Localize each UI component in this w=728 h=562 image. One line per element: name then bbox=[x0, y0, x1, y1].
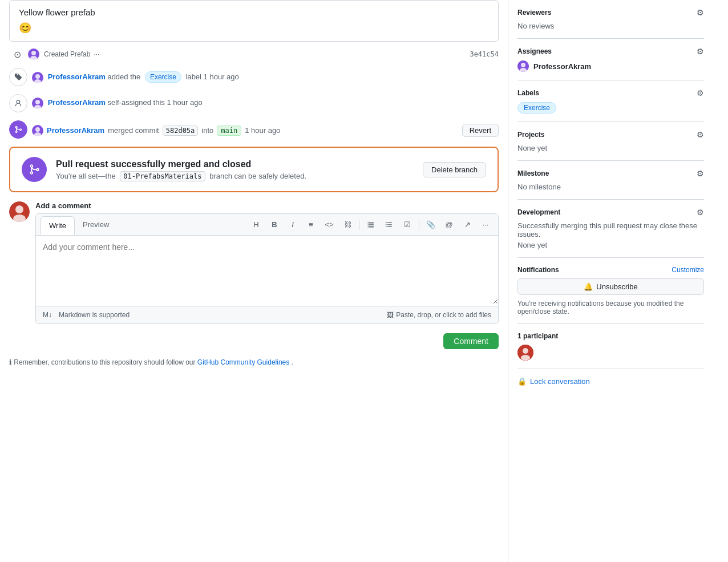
notification-reason: You're receiving notifications because y… bbox=[517, 300, 704, 316]
merge-event-action: merged commit bbox=[108, 126, 159, 135]
comment-editor: Write Preview H B I ≡ <> ⛓ bbox=[35, 213, 499, 324]
merge-event-avatar bbox=[32, 125, 43, 136]
attach-label: Paste, drop, or click to add files bbox=[396, 311, 491, 319]
development-gear-icon[interactable]: ⚙ bbox=[697, 208, 704, 217]
person-icon bbox=[9, 94, 27, 112]
assignee-user: ProfessorAkram bbox=[517, 60, 704, 72]
toolbar-quote[interactable]: ≡ bbox=[303, 217, 319, 233]
sidebar: Reviewers ⚙ No reviews Assignees ⚙ Prof bbox=[508, 0, 713, 562]
commit-dots[interactable]: ··· bbox=[94, 50, 99, 58]
toolbar-attach[interactable]: 📎 bbox=[423, 217, 439, 233]
sidebar-lock-conversation[interactable]: 🔒 Lock conversation bbox=[517, 369, 704, 394]
projects-gear-icon[interactable]: ⚙ bbox=[697, 130, 704, 139]
commit-emoji: 😊 bbox=[19, 22, 489, 34]
sidebar-projects: Projects ⚙ None yet bbox=[517, 122, 704, 161]
add-comment-label: Add a comment bbox=[35, 201, 499, 210]
tag-icon bbox=[9, 68, 27, 86]
sidebar-assignees: Assignees ⚙ ProfessorAkram bbox=[517, 39, 704, 80]
comment-textarea[interactable] bbox=[36, 236, 498, 304]
milestone-value: No milestone bbox=[517, 183, 704, 191]
merge-commit-hash[interactable]: 582d05a bbox=[163, 126, 199, 136]
label-event-action: added the bbox=[107, 72, 140, 81]
development-value: None yet bbox=[517, 241, 704, 249]
sidebar-reviewers: Reviewers ⚙ No reviews bbox=[517, 0, 704, 39]
commit-hash[interactable]: 3e41c54 bbox=[470, 50, 499, 58]
label-event-avatar bbox=[32, 72, 43, 83]
footer-note: ℹ Remember, contributions to this reposi… bbox=[9, 358, 499, 366]
toolbar-heading[interactable]: H bbox=[248, 217, 264, 233]
revert-button[interactable]: Revert bbox=[462, 124, 499, 137]
submit-row: Comment bbox=[9, 333, 499, 349]
footer-info-icon: ℹ bbox=[9, 358, 12, 366]
label-event-suffix: label 1 hour ago bbox=[186, 72, 239, 81]
commit-author-avatar bbox=[28, 48, 39, 60]
unsubscribe-button[interactable]: 🔔 Unsubscribe bbox=[517, 278, 704, 295]
comment-section: Add a comment Write Preview H B I ≡ <> bbox=[9, 201, 499, 324]
label-event: ProfessorAkram added the Exercise label … bbox=[9, 68, 499, 86]
labels-gear-icon[interactable]: ⚙ bbox=[697, 88, 704, 98]
lock-label: Lock conversation bbox=[530, 377, 590, 386]
community-guidelines-link[interactable]: GitHub Community Guidelines bbox=[197, 358, 289, 366]
timeline: ProfessorAkram added the Exercise label … bbox=[9, 68, 499, 139]
svg-point-10 bbox=[35, 127, 40, 132]
toolbar-task-list[interactable]: ☑ bbox=[399, 217, 415, 233]
merge-icon bbox=[9, 120, 27, 139]
svg-point-7 bbox=[35, 100, 40, 104]
assignee-avatar bbox=[517, 60, 529, 72]
markdown-icon: M↓ bbox=[43, 311, 52, 319]
commit-created-label: Created Prefab bbox=[44, 50, 90, 58]
svg-point-16 bbox=[521, 63, 525, 67]
sidebar-development: Development ⚙ Successfully merging this … bbox=[517, 200, 704, 258]
comment-tabs: Write Preview H B I ≡ <> ⛓ bbox=[36, 214, 498, 236]
commenter-avatar-img bbox=[9, 201, 30, 222]
markdown-label: Markdown is supported bbox=[59, 311, 130, 319]
assignees-gear-icon[interactable]: ⚙ bbox=[697, 47, 704, 56]
milestone-gear-icon[interactable]: ⚙ bbox=[697, 169, 704, 178]
customize-link[interactable]: Customize bbox=[672, 266, 704, 274]
assignees-title: Assignees bbox=[517, 47, 552, 55]
comment-toolbar: H B I ≡ <> ⛓ bbox=[248, 214, 494, 235]
svg-point-1 bbox=[31, 51, 36, 55]
toolbar-unordered-list[interactable] bbox=[381, 217, 397, 233]
commenter-avatar bbox=[9, 201, 30, 222]
tab-preview[interactable]: Preview bbox=[75, 214, 117, 235]
sidebar-notifications: Notifications Customize 🔔 Unsubscribe Yo… bbox=[517, 258, 704, 324]
bell-icon: 🔔 bbox=[584, 282, 593, 291]
tab-write[interactable]: Write bbox=[41, 216, 75, 235]
participant-avatar[interactable] bbox=[517, 345, 533, 361]
participants-count: 1 participant bbox=[517, 332, 704, 340]
toolbar-link[interactable]: ⛓ bbox=[339, 217, 355, 233]
sidebar-participants: 1 participant bbox=[517, 324, 704, 369]
svg-point-4 bbox=[35, 74, 40, 79]
labels-title: Labels bbox=[517, 89, 539, 97]
toolbar-more[interactable]: ··· bbox=[478, 217, 494, 233]
label-event-label: Exercise bbox=[145, 71, 181, 83]
merged-icon bbox=[22, 157, 47, 182]
toolbar-bold[interactable]: B bbox=[266, 217, 282, 233]
toolbar-italic[interactable]: I bbox=[285, 217, 301, 233]
label-event-user[interactable]: ProfessorAkram bbox=[48, 72, 106, 81]
reviewers-gear-icon[interactable]: ⚙ bbox=[697, 8, 704, 17]
toolbar-ordered-list[interactable] bbox=[363, 217, 379, 233]
comment-submit-button[interactable]: Comment bbox=[443, 333, 499, 349]
toolbar-code[interactable]: <> bbox=[321, 217, 337, 233]
projects-value: None yet bbox=[517, 144, 704, 152]
commit-title: Yellow flower prefab bbox=[19, 7, 489, 17]
delete-branch-button[interactable]: Delete branch bbox=[423, 162, 486, 177]
merged-title: Pull request successfully merged and clo… bbox=[56, 159, 414, 169]
label-exercise[interactable]: Exercise bbox=[517, 102, 556, 114]
assign-event-avatar bbox=[32, 98, 43, 109]
assign-event-user[interactable]: ProfessorAkram bbox=[48, 98, 106, 107]
merge-branch[interactable]: main bbox=[217, 126, 241, 136]
toolbar-reference[interactable]: ↗ bbox=[459, 217, 475, 233]
attach-icon: 🖼 bbox=[387, 311, 394, 319]
svg-point-20 bbox=[521, 355, 530, 361]
lock-icon: 🔒 bbox=[517, 377, 527, 386]
notifications-title: Notifications bbox=[517, 266, 559, 274]
assignee-name[interactable]: ProfessorAkram bbox=[533, 62, 591, 71]
merged-branch: 01-PrefabsMaterials bbox=[120, 171, 205, 181]
toolbar-mention[interactable]: @ bbox=[441, 217, 457, 233]
projects-title: Projects bbox=[517, 131, 544, 139]
commit-line: ⊙ Created Prefab ··· 3e41c54 bbox=[9, 48, 499, 60]
merge-event-user[interactable]: ProfessorAkram bbox=[47, 126, 104, 135]
